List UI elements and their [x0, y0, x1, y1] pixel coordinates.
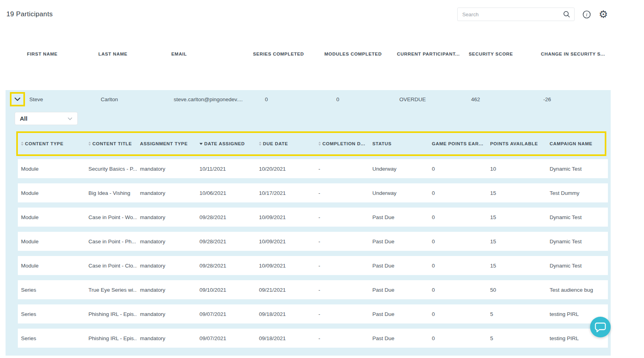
participant-series-completed: 0: [253, 96, 324, 102]
gear-icon[interactable]: ⚙: [599, 9, 608, 19]
column-label: POINTS AVAILABLE: [490, 141, 538, 146]
assignment-cell: Series: [18, 335, 85, 341]
assignments-column-header[interactable]: CONTENT TITLE: [85, 141, 137, 146]
assignments-column-header: CAMPAIGN NAME: [543, 141, 605, 146]
assignment-cell: Dynamic Test: [543, 214, 608, 220]
top-controls: i ⚙: [457, 8, 608, 21]
chat-widget-button[interactable]: [590, 317, 611, 337]
assignments-column-header[interactable]: CONTENT TYPE: [18, 141, 85, 146]
assignment-filter-dropdown[interactable]: All: [15, 112, 78, 125]
participants-column-header: LAST NAME: [98, 52, 171, 56]
top-bar: 19 Participants i ⚙: [0, 0, 644, 26]
assignment-cell: 0: [426, 190, 484, 196]
column-label: STATUS: [372, 141, 391, 146]
assignment-row[interactable]: SeriesPhishing IRL - Epis...mandatory09/…: [18, 329, 608, 348]
participant-email: steve.carlton@pingonedev....: [171, 96, 253, 102]
participants-header-row: FIRST NAMELAST NAMEEMAILSERIES COMPLETED…: [0, 52, 644, 56]
assignment-cell: Past Due: [366, 263, 426, 269]
assignment-row[interactable]: ModuleCase in Point - Wo...mandatory09/2…: [18, 208, 608, 227]
assignment-cell: mandatory: [137, 166, 196, 172]
column-label: CONTENT TYPE: [25, 141, 63, 146]
assignment-row[interactable]: SeriesTrue Eye Series wi...mandatory09/1…: [18, 280, 608, 299]
assignment-row[interactable]: ModuleBig Idea - Vishingmandatory10/06/2…: [18, 183, 608, 202]
assignment-cell: Case in Point - Ph...: [85, 239, 137, 244]
assignment-cell: 09/10/2021: [196, 287, 256, 293]
assignment-cell: 15: [484, 263, 543, 269]
chevron-cell: [6, 92, 27, 106]
expanded-participant-section: Steve Carlton steve.carlton@pingonedev..…: [6, 90, 611, 356]
assignment-cell: Past Due: [366, 239, 426, 244]
assignment-cell: Past Due: [366, 335, 426, 341]
assignments-column-header: ASSIGNMENT TYPE: [137, 141, 196, 146]
assignments-column-header[interactable]: DATE ASSIGNED: [196, 141, 256, 146]
column-label: DUE DATE: [263, 141, 288, 146]
assignment-cell: -: [315, 190, 366, 196]
assignment-cell: 15: [484, 190, 543, 196]
search-box: [457, 8, 575, 21]
assignment-cell: Module: [18, 166, 85, 172]
assignment-row[interactable]: SeriesPhishing IRL - Epis...mandatory09/…: [18, 304, 608, 323]
info-icon[interactable]: i: [583, 10, 591, 19]
assignment-cell: 10/09/2021: [256, 263, 315, 269]
column-label: CAMPAIGN NAME: [550, 141, 592, 146]
column-label: DATE ASSIGNED: [204, 141, 245, 146]
assignment-cell: Module: [18, 190, 85, 196]
assignment-cell: 0: [426, 239, 484, 244]
assignments-column-header[interactable]: COMPLETION D...: [315, 141, 366, 146]
assignment-cell: mandatory: [137, 190, 196, 196]
assignments-column-header[interactable]: DUE DATE: [256, 141, 315, 146]
assignment-cell: Underway: [366, 190, 426, 196]
assignment-cell: Big Idea - Vishing: [85, 190, 137, 196]
assignment-cell: 0: [426, 287, 484, 293]
assignment-cell: Dynamic Test: [543, 263, 608, 269]
page-title: 19 Participants: [6, 10, 53, 18]
assignment-row[interactable]: ModuleCase in Point - Clo...mandatory09/…: [18, 256, 608, 275]
assignment-cell: 10/06/2021: [196, 190, 256, 196]
participants-column-header: SECURITY SCORE: [469, 52, 541, 56]
assignment-cell: 0: [426, 311, 484, 317]
assignment-cell: 0: [426, 166, 484, 172]
column-label: COMPLETION D...: [322, 141, 365, 146]
assignment-cell: 0: [426, 263, 484, 269]
assignment-cell: Past Due: [366, 287, 426, 293]
sort-active-icon: [199, 143, 203, 145]
collapse-chevron-icon[interactable]: [14, 97, 21, 101]
assignment-cell: testing PIRL: [543, 311, 608, 317]
assignment-cell: 09/21/2021: [256, 287, 315, 293]
participant-row[interactable]: Steve Carlton steve.carlton@pingonedev..…: [6, 90, 611, 108]
assignment-cell: 10: [484, 166, 543, 172]
assignment-cell: 10/17/2021: [256, 190, 315, 196]
participants-column-header: CURRENT PARTICIPANT...: [397, 52, 469, 56]
chat-bubble-icon: [594, 321, 606, 333]
assignment-cell: 09/28/2021: [196, 239, 256, 244]
assignment-cell: Module: [18, 263, 85, 269]
assignment-cell: 15: [484, 214, 543, 220]
assignment-cell: Dynamic Test: [543, 239, 608, 244]
assignment-cell: 0: [426, 214, 484, 220]
participants-column-header: SERIES COMPLETED: [253, 52, 324, 56]
search-input[interactable]: [462, 12, 563, 17]
search-icon[interactable]: [563, 11, 570, 18]
assignment-cell: Module: [18, 214, 85, 220]
participants-column-header: MODULES COMPLETED: [324, 52, 397, 56]
participant-status: OVERDUE: [397, 96, 469, 102]
assignment-cell: mandatory: [137, 239, 196, 244]
assignment-cell: 09/07/2021: [196, 311, 256, 317]
assignment-row[interactable]: ModuleCase in Point - Ph...mandatory09/2…: [18, 232, 608, 251]
assignment-cell: 5: [484, 311, 543, 317]
assignment-row[interactable]: ModuleSecurity Basics - P...mandatory10/…: [18, 159, 608, 178]
svg-text:i: i: [586, 12, 587, 17]
annotation-highlight-chevron-box: [10, 92, 25, 106]
participant-modules-completed: 0: [324, 96, 397, 102]
participants-column-header: EMAIL: [171, 52, 253, 56]
assignment-cell: 09/28/2021: [196, 263, 256, 269]
assignment-cell: -: [315, 335, 366, 341]
column-label: ASSIGNMENT TYPE: [140, 141, 188, 146]
assignment-cell: Past Due: [366, 311, 426, 317]
assignment-cell: mandatory: [137, 311, 196, 317]
assignment-cell: -: [315, 239, 366, 244]
participant-first-name: Steve: [27, 96, 98, 102]
assignment-cell: 10/09/2021: [256, 214, 315, 220]
assignment-cell: -: [315, 311, 366, 317]
assignment-cell: Case in Point - Clo...: [85, 263, 137, 269]
